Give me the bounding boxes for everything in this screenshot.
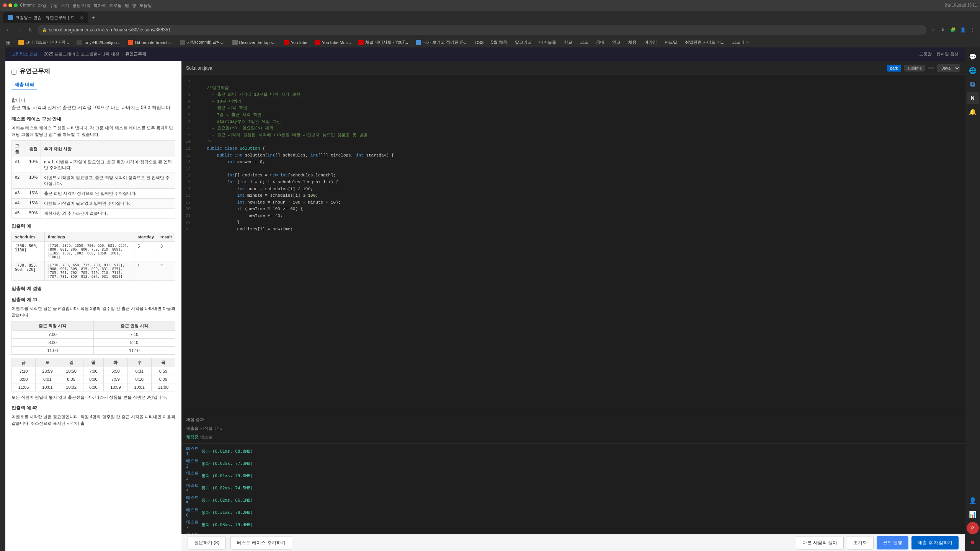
reload-button[interactable]: ↻ — [26, 25, 35, 34]
init-button[interactable]: 초기화 — [847, 536, 874, 549]
code-editor[interactable]: 1 2 /*알고리즘 3 - 출근 희망 시각에 10분을 더한 시각 계산 4 — [181, 75, 965, 412]
active-tab[interactable]: 크링팅스 연습 - 유연근무제 | 프... ✕ — [3, 12, 88, 23]
globe-icon[interactable]: 🌐 — [967, 64, 979, 77]
tab-submission[interactable]: 제출 내역 — [11, 80, 37, 90]
bookmark-codetest[interactable]: 코데테스트 데이터 위... — [15, 39, 72, 46]
language-select[interactable]: Java — [937, 64, 960, 72]
bookmark-youtube[interactable]: YouTube — [281, 39, 310, 46]
bookmark-padmil[interactable]: 파드밀 — [662, 39, 680, 46]
breadcrumb-problem: 유연근무제 — [125, 51, 146, 57]
result-header: 채점 결과 — [181, 415, 965, 424]
close-button[interactable] — [3, 3, 7, 7]
back-button[interactable]: ‹ — [3, 25, 12, 34]
table-row: 11:00 11:10 — [12, 347, 175, 355]
bookmark-label: 공대 — [596, 39, 604, 45]
bookmark-git[interactable]: Git remote branch... — [125, 39, 175, 46]
bookmark-github[interactable]: tony9402/baekjoo... — [74, 39, 123, 46]
bookmark-label: Git remote branch... — [135, 40, 172, 45]
table-row: #4 15% 이벤트 시작일이 필요없고 입력만 주어집니다. — [12, 199, 175, 209]
bookmark-hire[interactable]: 채용 — [625, 39, 640, 46]
bookmark-apps[interactable]: ⊞ — [3, 39, 14, 46]
theme-dark-button[interactable]: dark — [887, 65, 901, 72]
settings-icon[interactable]: ⋮ — [969, 26, 977, 34]
chat-icon[interactable]: 💬 — [967, 51, 979, 63]
notion-icon[interactable]: N — [967, 92, 979, 104]
attendance-table: 금 토 일 월 화 수 목 7:10 23:59 1 — [11, 358, 175, 391]
bookmark-arim[interactable]: 아라임 — [641, 39, 660, 46]
profile-icon[interactable]: 👤 — [959, 26, 967, 34]
code-line: 8 - 토요일(5), 일요일(6) 제외 — [181, 125, 965, 132]
extension-icon[interactable]: 🧩 — [949, 26, 957, 34]
tab-close-button[interactable]: ✕ — [80, 15, 83, 20]
tab-favicon — [8, 15, 13, 20]
minimize-button[interactable] — [8, 3, 12, 7]
bookmark-algo[interactable]: 알고리코 — [512, 39, 535, 46]
bookmark-channel[interactable]: 채널 데이사토 - YouT... — [355, 39, 411, 46]
bell-icon[interactable]: 🔔 — [967, 106, 979, 118]
table-row: [700, 800, 1100] [[710, 2359, 1050, 700,… — [12, 242, 175, 261]
code-line: 13 int answer = 0; — [181, 159, 965, 166]
problem-tabs: 제출 내역 — [11, 80, 175, 92]
bottom-bar: 질문하기 (8) 테스트 케이스 추가하기 다른 사람의 풀이 초기화 코드 실… — [181, 534, 965, 551]
bookmark-label: 키킷(commit) 날짜... — [187, 39, 225, 45]
bookmark-label: YouTube Music — [322, 40, 351, 45]
question-button[interactable]: 질문하기 (8) — [188, 536, 226, 549]
main-area: 크링팅스 연습 › 2025 프로그래머스 코드별런지 1위 대전 › 유연근무… — [0, 47, 980, 551]
breadcrumb-site[interactable]: 크링팅스 연습 — [11, 51, 38, 57]
bookmark-may[interactable]: 5월 채움 — [488, 39, 510, 46]
badge-icon[interactable]: P — [967, 522, 979, 534]
vscode-icon[interactable]: ⧉ — [967, 78, 979, 90]
bookmark-engineer[interactable]: 공대 — [593, 39, 608, 46]
code-line: 21 newTime += 40; — [181, 213, 965, 220]
table-row: #2 10% 이벤트 시작일이 필요없고, 출근 희망 시각이 정각으로 된 입… — [12, 173, 175, 189]
bottom-right-actions: 다른 사람의 풀이 초기화 코드 실행 제출 후 채점하기 — [796, 536, 959, 549]
bookmark-study[interactable]: 내가 보러고 정리한 응... — [413, 39, 470, 46]
test-result-1: 테스트 1 통과 (0.01ms, 88.8MB) — [181, 445, 965, 457]
compile-options[interactable]: 컴파일 옵션 — [936, 51, 959, 57]
help-link[interactable]: 도움말 — [919, 51, 932, 57]
url-bar[interactable]: 🔒 school.programmers.co.kr/learn/courses… — [38, 25, 926, 35]
maximize-button[interactable] — [14, 3, 18, 7]
other-solution-button[interactable]: 다른 사람의 풀이 — [796, 536, 844, 549]
bookmark-star-icon[interactable]: ☆ — [929, 26, 937, 34]
test-result-6: 테스트 6 통과 (0.31ms, 78.2MB) — [181, 506, 965, 518]
bookmark-school[interactable]: 학교 — [561, 39, 575, 46]
bookmark-label: YouTube — [291, 40, 307, 45]
new-tab-button[interactable]: + — [88, 12, 99, 23]
example1-title: 입출력 예 #1 — [11, 297, 175, 303]
tab-title: 크링팅스 연습 - 유연근무제 | 프... — [15, 15, 78, 21]
problem-panel: 유연근무제 제출 내역 합니다. 출근 희망 시각과 실제로 출근한 시각을 1… — [5, 61, 181, 551]
user-icon[interactable]: 👤 — [967, 494, 979, 507]
run-button[interactable]: 코드 실행 — [877, 536, 908, 549]
bookmark-youtube-music[interactable]: YouTube Music — [312, 39, 354, 46]
breadcrumb-year[interactable]: 2025 프로그래머스 코드별런지 1위 대전 — [44, 51, 119, 57]
forward-button[interactable]: › — [15, 25, 24, 34]
code-panel: Solution.java dark sublime Java 1 — [181, 61, 965, 551]
bookmark-inco[interactable]: 인코 — [609, 39, 624, 46]
problem-checkbox[interactable] — [11, 70, 16, 75]
problem-title: 유연근무제 — [20, 67, 50, 75]
bookmark-code[interactable]: 코드 — [577, 39, 591, 46]
example2-desc: 이벤트를 시작한 날은 월요일입니다. 직원 4명의 일주일 간 출근 시각을 … — [11, 414, 175, 426]
bookmark-jobs[interactable]: 취업관련 사이트 비... — [682, 39, 727, 46]
download-icon[interactable]: ⬇ — [939, 26, 947, 34]
submit-button[interactable]: 제출 후 채점하기 — [911, 536, 959, 549]
code-line: 11 public class Solution { — [181, 145, 965, 152]
titlebar: Chrome 파일 수정 보기 방문 기록 북마크 프로필 탭 창 도움말 2월… — [0, 0, 980, 11]
bookmark-codeni[interactable]: 코드니다 — [729, 39, 752, 46]
bookmark-commit[interactable]: 키킷(commit) 날짜... — [177, 39, 228, 46]
bookmark-label: 채용 — [628, 39, 637, 45]
add-test-button[interactable]: 테스트 케이스 추가하기 — [230, 536, 292, 549]
bookmark-tables[interactable]: 대이블들 — [536, 39, 559, 46]
window-controls[interactable] — [3, 3, 18, 7]
io-table: schedules timelogs startday result [700,… — [11, 232, 175, 281]
bookmark-discover[interactable]: Discover the top s... — [229, 39, 279, 46]
theme-sublime-button[interactable]: sublime — [904, 65, 925, 72]
test-result-4: 테스트 4 통과 (0.02ms, 74.5MB) — [181, 482, 965, 494]
example1-result: 모든 직원이 평일에 놓지 않고 출근했습니다. 따라서 상품을 받을 직원은 … — [11, 395, 175, 400]
theme-other-button[interactable] — [928, 67, 934, 69]
graph-icon[interactable]: 📊 — [967, 508, 979, 520]
bookmark-ds[interactable]: DS$ — [472, 39, 486, 46]
left-sidebar — [0, 47, 5, 551]
code-line: 20 if (newTime % 100 >= 60) { — [181, 206, 965, 213]
